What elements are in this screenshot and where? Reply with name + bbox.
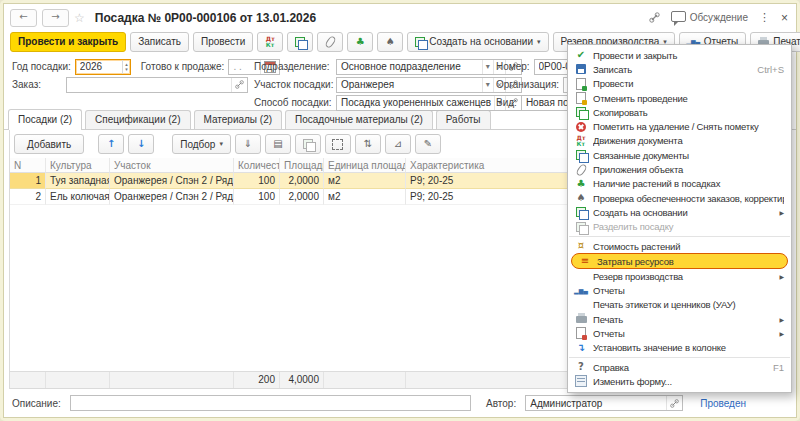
- menu-item-save[interactable]: ЗаписатьCtrl+S: [568, 62, 791, 76]
- cell-culture[interactable]: Туя западная ...: [46, 173, 110, 189]
- tab-planting-materials[interactable]: Посадочные материалы (2): [285, 110, 433, 129]
- menu-item-orders-provision-check[interactable]: ♠Проверка обеспеченности заказов, коррек…: [568, 191, 791, 205]
- menu-item-resource-costs[interactable]: ≡Затраты ресурсов: [571, 253, 788, 269]
- planting-method-label: Способ посадки:: [254, 97, 332, 108]
- create-based-on-button[interactable]: Создать на основании▾: [407, 32, 548, 52]
- organization-label: Организация:: [496, 79, 559, 90]
- menu-item-post[interactable]: Провести: [568, 77, 791, 91]
- column-culture[interactable]: Культура: [46, 158, 110, 173]
- menu-item-plants-availability[interactable]: ♣Наличие растений в посадках: [568, 177, 791, 191]
- pick-button[interactable]: Подбор▾: [172, 134, 231, 154]
- close-icon[interactable]: ×: [781, 11, 788, 25]
- planting-year-field[interactable]: 2026 ▴▾: [75, 59, 131, 75]
- column-unit[interactable]: Единица площади: [324, 158, 406, 173]
- tab-plantings[interactable]: Посадки (2): [8, 109, 82, 130]
- planting-area-label: Участок посадки:: [254, 79, 332, 90]
- footer: Описание: Автор: Администратор Проведен: [4, 389, 796, 417]
- download-icon: ⇓: [241, 138, 254, 150]
- orders-check-button[interactable]: ♠: [377, 32, 403, 52]
- move-row-up-button[interactable]: ↑: [98, 134, 124, 154]
- menu-item-mark-deletion[interactable]: Пометить на удаление / Снять пометку: [568, 119, 791, 133]
- menu-item-set-column-value[interactable]: ↴Установить значение в колонке: [568, 341, 791, 355]
- post-button[interactable]: Провести: [193, 32, 253, 52]
- menu-item-related-documents[interactable]: Связанные документы: [568, 148, 791, 162]
- cell-culture[interactable]: Ель колючая ...: [46, 189, 110, 205]
- spinner-icon[interactable]: ▴▾: [122, 60, 130, 74]
- author-field[interactable]: Администратор: [525, 395, 683, 411]
- menu-item-reports-submenu[interactable]: Отчеты▶: [568, 326, 791, 340]
- plants-availability-button[interactable]: ♣: [347, 32, 373, 52]
- edit-row-button[interactable]: ✎: [415, 134, 441, 154]
- document-movements-button[interactable]: ДтКт: [257, 32, 283, 52]
- attachments-button[interactable]: [317, 32, 343, 52]
- number-label: Номер:: [496, 61, 530, 72]
- column-plot[interactable]: Участок: [110, 158, 234, 173]
- printer-icon: [574, 313, 588, 325]
- menu-item-copy[interactable]: Скопировать: [568, 105, 791, 119]
- menu-separator: [569, 236, 790, 237]
- load-rows-button[interactable]: ⇓: [235, 134, 261, 154]
- planting-method-field[interactable]: Посадка укорененных саженцев ▾: [336, 95, 522, 111]
- tab-materials[interactable]: Материалы (2): [194, 110, 283, 129]
- set-column-icon: ↴: [574, 342, 588, 354]
- menu-item-post-close[interactable]: ✔Провести и закрыть: [568, 48, 791, 62]
- cell-plot[interactable]: Оранжерея / Спэн 2 / Ряд 7: [110, 173, 234, 189]
- order-field[interactable]: [66, 77, 248, 93]
- favorite-star-icon[interactable]: ☆: [74, 11, 85, 25]
- cell-area[interactable]: 2,0000: [280, 189, 324, 205]
- list-view-button[interactable]: ▤: [265, 134, 291, 154]
- menu-item-create-based-on[interactable]: Создать на основании▶: [568, 205, 791, 219]
- discussion-button[interactable]: Обсуждение: [671, 12, 748, 23]
- change-form-icon: [574, 375, 588, 387]
- open-link-icon[interactable]: [231, 78, 247, 92]
- copy-rows-button[interactable]: [295, 134, 321, 154]
- tab-specifications[interactable]: Спецификации (2): [85, 110, 190, 129]
- menu-item-help[interactable]: ?СправкаF1: [568, 360, 791, 374]
- menu-item-object-attachments[interactable]: Приложения объекта: [568, 162, 791, 176]
- open-link-icon[interactable]: [666, 396, 682, 410]
- discussion-icon: [671, 11, 686, 22]
- add-row-button[interactable]: Добавить: [14, 134, 84, 154]
- menu-item-undo-post[interactable]: Отменить проведение: [568, 91, 791, 105]
- window-menu-icon[interactable]: ⋮: [759, 11, 770, 24]
- document-window: ← → ☆ Посадка № 0Р00-000106 от 13.01.202…: [3, 3, 797, 418]
- related-documents-button[interactable]: [287, 32, 313, 52]
- menu-item-reports[interactable]: ▂▆▄Отчеты: [568, 283, 791, 297]
- move-row-down-button[interactable]: ↓: [128, 134, 154, 154]
- submenu-arrow-icon: ▶: [779, 273, 784, 280]
- cell-plot[interactable]: Оранжерея / Спэн 2 / Ряд 8: [110, 189, 234, 205]
- menu-item-production-reserve[interactable]: Резерв производства▶: [568, 269, 791, 283]
- cell-unit[interactable]: м2: [324, 189, 406, 205]
- kind-label: Вид:: [496, 97, 517, 108]
- menu-item-print[interactable]: Печать▶: [568, 312, 791, 326]
- copy-link-icon[interactable]: [649, 12, 660, 23]
- cell-qty[interactable]: 100: [234, 189, 280, 205]
- select-area-button[interactable]: [325, 134, 351, 154]
- menu-item-split-planting: Разделить посадку: [568, 220, 791, 234]
- department-field[interactable]: Основное подразделение ▾ ×: [336, 59, 522, 75]
- cell-qty[interactable]: 100: [234, 173, 280, 189]
- paperclip-icon: [324, 35, 337, 49]
- column-n[interactable]: N: [10, 158, 46, 173]
- post-and-close-button[interactable]: Провести и закрыть: [10, 32, 126, 52]
- planting-area-field[interactable]: Оранжерея ▾ ×: [336, 77, 522, 93]
- cell-area[interactable]: 2,0000: [280, 173, 324, 189]
- combo-caret-icon[interactable]: ▾: [482, 60, 493, 74]
- measure-button[interactable]: ⊿: [385, 134, 411, 154]
- save-button[interactable]: Записать: [130, 32, 189, 52]
- posted-status-link[interactable]: Проведен: [700, 398, 746, 409]
- description-input[interactable]: [70, 395, 471, 411]
- forward-button[interactable]: →: [42, 9, 69, 27]
- column-area[interactable]: Площадь: [280, 158, 324, 173]
- column-qty[interactable]: Количество: [234, 158, 280, 173]
- menu-item-document-movements[interactable]: ДтКтДвижения документа: [568, 134, 791, 148]
- combo-caret-icon[interactable]: ▾: [482, 78, 493, 92]
- sort-rows-button[interactable]: ⇅: [355, 134, 381, 154]
- cell-unit[interactable]: м2: [324, 173, 406, 189]
- back-button[interactable]: ←: [10, 9, 37, 27]
- menu-item-change-form[interactable]: Изменить форму...: [568, 374, 791, 388]
- menu-item-plant-cost[interactable]: ¤Стоимость растений: [568, 239, 791, 253]
- tab-works[interactable]: Работы: [436, 110, 491, 129]
- document-movements-icon: ДтКт: [574, 135, 588, 147]
- menu-item-print-labels[interactable]: Печать этикеток и ценников (УАУ): [568, 298, 791, 312]
